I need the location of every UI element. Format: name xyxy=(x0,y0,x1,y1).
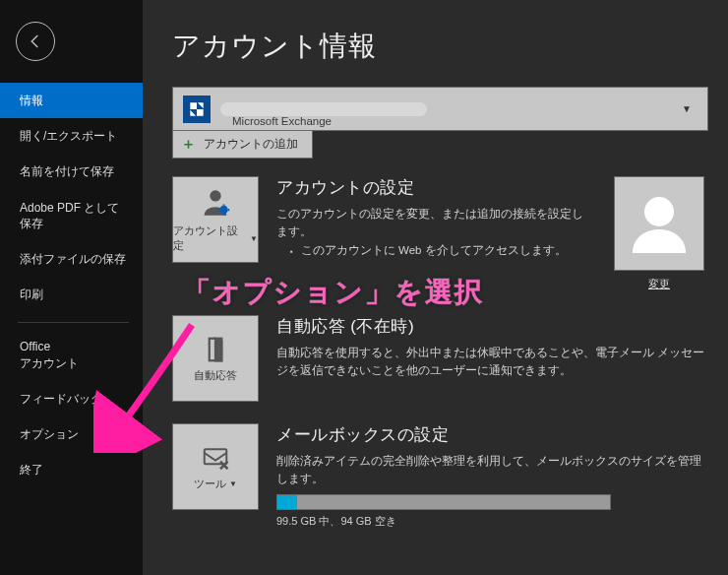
tile-label: アカウント設定 xyxy=(173,224,247,253)
sidebar-separator xyxy=(18,322,129,323)
section-auto-reply: 自動応答 自動応答 (不在時) 自動応答を使用すると、外出中または休暇中であるこ… xyxy=(172,315,708,402)
tools-icon xyxy=(201,443,230,473)
avatar-image xyxy=(614,176,704,271)
sidebar-item-office-account[interactable]: Office アカウント xyxy=(0,329,143,380)
section-title: メールボックスの設定 xyxy=(276,423,708,446)
page-title: アカウント情報 xyxy=(172,28,708,65)
svg-point-1 xyxy=(219,206,228,215)
add-account-label: アカウントの追加 xyxy=(204,136,298,153)
exchange-icon xyxy=(183,96,211,123)
svg-point-0 xyxy=(210,190,220,201)
sidebar-item-adobe-pdf[interactable]: Adobe PDF として保存 xyxy=(0,190,143,241)
sidebar-item-exit[interactable]: 終了 xyxy=(0,452,143,487)
sidebar-item-open-export[interactable]: 開く/エクスポート xyxy=(0,118,143,154)
svg-point-2 xyxy=(644,197,674,226)
backstage-sidebar: 情報 開く/エクスポート 名前を付けて保存 Adobe PDF として保存 添付… xyxy=(0,0,143,575)
svg-point-4 xyxy=(217,349,219,351)
chevron-down-icon: ▼ xyxy=(229,479,237,488)
avatar-change-link[interactable]: 変更 xyxy=(648,277,670,291)
door-icon xyxy=(201,335,230,364)
backstage-main: アカウント情報 Microsoft Exchange ▼ ＋ アカウントの追加 xyxy=(143,0,728,575)
section-title: アカウントの設定 xyxy=(276,176,592,199)
sidebar-item-options[interactable]: オプション xyxy=(0,416,143,452)
tile-auto-reply[interactable]: 自動応答 xyxy=(172,315,259,402)
account-email-redacted xyxy=(220,102,427,116)
user-gear-icon xyxy=(199,186,232,220)
tile-tools[interactable]: ツール ▼ xyxy=(172,423,259,510)
section-desc: このアカウントの設定を変更、または追加の接続を設定します。 xyxy=(276,208,583,237)
sidebar-item-info[interactable]: 情報 xyxy=(0,83,143,118)
section-title: 自動応答 (不在時) xyxy=(276,315,708,338)
storage-bar xyxy=(276,494,611,510)
account-type-label: Microsoft Exchange xyxy=(232,115,332,127)
section-mailbox-settings: ツール ▼ メールボックスの設定 削除済みアイテムの完全削除や整理を利用して、メ… xyxy=(172,423,708,529)
tile-label: ツール xyxy=(194,477,226,491)
storage-fill xyxy=(277,495,297,509)
section-desc: 自動応答を使用すると、外出中または休暇中であることや、電子メール メッセージを返… xyxy=(276,344,708,380)
sidebar-item-save-as[interactable]: 名前を付けて保存 xyxy=(0,154,143,189)
plus-icon: ＋ xyxy=(181,135,196,154)
add-account-button[interactable]: ＋ アカウントの追加 xyxy=(172,131,313,159)
sidebar-item-save-attachments[interactable]: 添付ファイルの保存 xyxy=(0,241,143,277)
section-desc: 削除済みアイテムの完全削除や整理を利用して、メールボックスのサイズを管理します。 xyxy=(276,452,708,488)
back-button[interactable] xyxy=(16,22,55,61)
tile-label: 自動応答 xyxy=(194,368,237,383)
section-account-settings: アカウント設定 ▼ アカウントの設定 このアカウントの設定を変更、または追加の接… xyxy=(172,176,708,291)
sidebar-item-feedback[interactable]: フィードバック xyxy=(0,381,143,416)
sidebar-item-print[interactable]: 印刷 xyxy=(0,277,143,312)
account-dropdown-icon[interactable]: ▼ xyxy=(682,103,698,114)
chevron-down-icon: ▼ xyxy=(250,234,258,243)
storage-text: 99.5 GB 中、94 GB 空き xyxy=(276,514,708,529)
section-bullet: このアカウントに Web を介してアクセスします。 xyxy=(276,244,567,256)
svg-rect-5 xyxy=(205,449,227,464)
tile-account-settings[interactable]: アカウント設定 ▼ xyxy=(172,176,259,263)
account-selector[interactable]: Microsoft Exchange ▼ xyxy=(172,87,708,131)
